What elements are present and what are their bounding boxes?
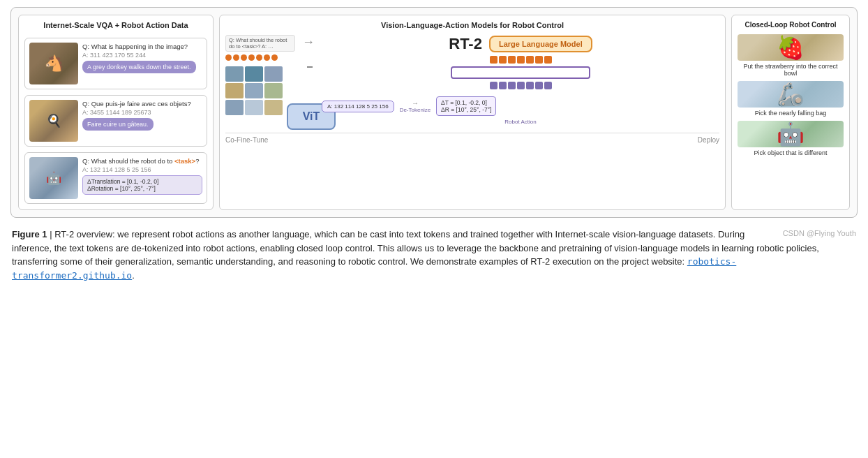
llm-output-token-bar (322, 82, 719, 89)
question-suffix: ? (195, 157, 199, 165)
img-thumb-5 (245, 83, 263, 98)
rt2-row: RT-2 Large Language Model (322, 35, 719, 53)
center-model-col: RT-2 Large Language Model (322, 35, 719, 125)
cofinetune-label: Co-Fine-Tune (225, 136, 268, 144)
caption-separator: | (47, 229, 55, 239)
qa-card-kitchen: 🍳 Q: Que puis-je faire avec ces objets? … (24, 95, 207, 147)
robot-card-bag: 🦾 Pick the nearly falling bag (738, 81, 844, 117)
robot-caption-bowl: Put the strawberry into the correct bowl (738, 63, 844, 77)
orange-dot-6 (264, 54, 270, 61)
llm-tok-o5 (526, 56, 534, 64)
llm-out-tok-1 (490, 82, 497, 89)
img-thumb-9 (264, 100, 283, 115)
img-thumb-1 (225, 66, 244, 82)
detokenize-label: De-Tokenize (400, 107, 431, 113)
llm-tok-o2 (499, 56, 507, 64)
figure-label: Figure 1 (12, 229, 47, 239)
llm-box: Large Language Model (489, 36, 592, 52)
action-token-box: A: 132 114 128 5 25 156 (322, 101, 394, 112)
right-panel: Closed-Loop Robot Control 🍓 Put the stra… (731, 15, 850, 210)
llm-out-tok-5 (526, 82, 534, 89)
middle-inner: Q: What should the robot do to <task>? A… (225, 35, 719, 130)
diagram-row: Internet-Scale VQA + Robot Action Data 🐴… (10, 7, 858, 218)
orange-dot-5 (256, 54, 262, 61)
orange-dots-row (225, 54, 295, 61)
img-thumb-8 (245, 100, 263, 115)
deploy-label: Deploy (698, 136, 719, 144)
arrow-to-model: → (301, 35, 316, 50)
bottom-action-row: A: 132 114 128 5 25 156 → De-Tokenize ΔT… (322, 96, 719, 116)
qa-answer-nums-robot: A: 132 114 128 5 25 156 (82, 166, 202, 173)
qa-card-donkey: 🐴 Q: What is happening in the image? A: … (24, 38, 207, 89)
left-input-col: Q: What should the robot do to <task>? A… (225, 35, 295, 130)
translation-line-1: ΔTranslation = [0.1, -0.2, 0] (87, 178, 197, 185)
qa-card-robot: 🤖 Q: What should the robot do to <task>?… (24, 152, 207, 204)
translation-line-2: ΔRotation = [10°, 25°, -7°] (87, 185, 197, 192)
orange-dot-1 (225, 54, 232, 61)
img-thumb-6 (264, 83, 283, 98)
img-thumb-2 (245, 66, 263, 82)
task-highlight: <task> (174, 157, 195, 165)
img-thumb-3 (264, 66, 283, 82)
delta-r: ΔR = [10°, 25°, -7°] (441, 106, 491, 113)
robot-card-diff: 🤖 Pick object that is different (738, 121, 844, 156)
llm-tok-o4 (517, 56, 525, 64)
qa-translation-robot: ΔTranslation = [0.1, -0.2, 0] ΔRotation … (82, 175, 202, 195)
left-panel-title: Internet-Scale VQA + Robot Action Data (24, 21, 207, 29)
llm-tok-o6 (535, 56, 543, 64)
robot-caption-bag: Pick the nearly falling bag (755, 110, 827, 117)
watermark: CSDN @Flying Youth (783, 228, 856, 239)
main-container: Internet-Scale VQA + Robot Action Data 🐴… (10, 7, 858, 285)
robot-image-diff: 🤖 (738, 121, 844, 147)
orange-dot-2 (233, 54, 239, 61)
llm-out-tok-3 (508, 82, 516, 89)
middle-panel: Vision-Language-Action Models for Robot … (219, 15, 726, 210)
llm-output-rect (451, 66, 590, 79)
robot-action-label: Robot Action (322, 119, 719, 125)
qa-answer-nums-donkey: A: 311 423 170 55 244 (82, 52, 202, 59)
llm-out-tok-7 (544, 82, 552, 89)
llm-tok-o3 (508, 56, 516, 64)
detokenize-area: → De-Tokenize (400, 99, 431, 113)
llm-tok-o7 (544, 56, 552, 64)
qa-image-donkey: 🐴 (29, 43, 78, 84)
qa-question-donkey: Q: What is happening in the image? (82, 43, 202, 50)
orange-dot-7 (271, 54, 278, 61)
qa-bubble-kitchen: Faire cuire un gâteau. (82, 118, 154, 131)
robot-card-bowl: 🍓 Put the strawberry into the correct bo… (738, 34, 844, 77)
image-grid (225, 66, 283, 115)
input-task-text: Q: What should the robot do to <task>? A… (225, 35, 295, 52)
qa-image-kitchen: 🍳 (29, 100, 78, 142)
qa-text-donkey: Q: What is happening in the image? A: 31… (82, 43, 202, 73)
llm-out-tok-6 (535, 82, 543, 89)
orange-dot-3 (241, 54, 247, 61)
llm-out-tok-2 (499, 82, 507, 89)
caption-link-suffix: . (132, 270, 135, 281)
img-thumb-7 (225, 100, 244, 115)
robot-image-bowl: 🍓 (738, 34, 844, 61)
img-thumb-4 (225, 83, 244, 98)
llm-tok-o1 (490, 56, 497, 64)
cofinetune-deploy-row: Co-Fine-Tune Deploy (225, 133, 719, 144)
question-prefix: Q: What should the robot do to (82, 157, 174, 165)
qa-text-kitchen: Q: Que puis-je faire avec ces objets? A:… (82, 100, 202, 131)
delta-box: ΔT = [0.1, -0.2, 0] ΔR = [10°, 25°, -7°] (436, 96, 496, 116)
caption: CSDN @Flying Youth Figure 1 | RT-2 overv… (10, 225, 858, 285)
right-panel-title: Closed-Loop Robot Control (738, 21, 844, 29)
qa-text-robot: Q: What should the robot do to <task>? A… (82, 157, 202, 195)
vit-area: ViT (225, 66, 295, 130)
robot-caption-diff: Pick object that is different (754, 149, 828, 156)
qa-answer-nums-kitchen: A: 3455 1144 189 25673 (82, 109, 202, 116)
llm-input-token-bar (322, 56, 719, 64)
middle-panel-title: Vision-Language-Action Models for Robot … (225, 21, 719, 29)
qa-image-robot: 🤖 (29, 157, 78, 199)
qa-bubble-donkey: A grey donkey walks down the street. (82, 61, 196, 73)
delta-t: ΔT = [0.1, -0.2, 0] (441, 99, 491, 106)
left-panel: Internet-Scale VQA + Robot Action Data 🐴… (18, 15, 214, 210)
orange-dot-4 (248, 54, 255, 61)
robot-image-bag: 🦾 (738, 81, 844, 108)
llm-out-tok-4 (517, 82, 525, 89)
arrow-vit-up (307, 66, 313, 87)
qa-question-kitchen: Q: Que puis-je faire avec ces objets? (82, 100, 202, 108)
rt2-label: RT-2 (449, 35, 482, 53)
